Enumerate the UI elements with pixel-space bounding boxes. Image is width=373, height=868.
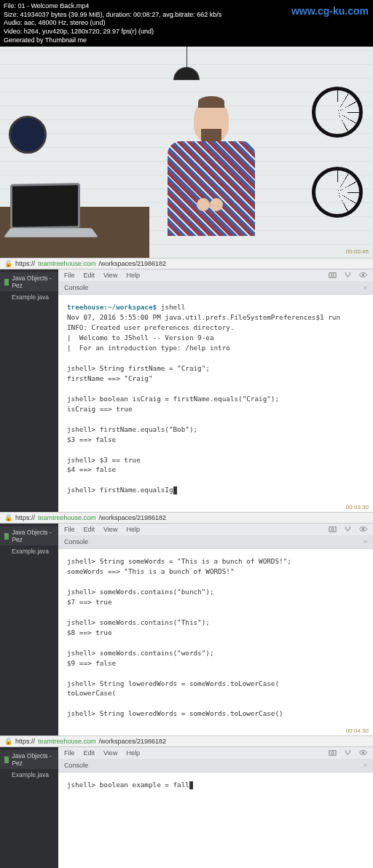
lamp-cord — [186, 47, 187, 68]
camera-icon[interactable] — [329, 525, 337, 534]
address-bar[interactable]: 🔒 https://teamtreehouse.com/workspaces/2… — [0, 735, 373, 747]
bike-wheel-icon — [312, 87, 363, 138]
eye-icon[interactable] — [359, 271, 367, 280]
menu-view[interactable]: View — [103, 272, 117, 279]
out-line: jshell> String loweredWords = someWords.… — [67, 709, 283, 717]
menu-help[interactable]: Help — [126, 749, 140, 757]
menu-bar: File Edit View Help — [58, 747, 373, 759]
hair — [198, 96, 224, 108]
out-line: $8 ==> true — [67, 628, 112, 636]
laptop-base — [4, 229, 98, 238]
video-thumbnail: 00:00:45 — [0, 47, 373, 258]
file-sidebar[interactable]: Java Objects - Pez Example.java — [0, 747, 58, 868]
meta-gen: Generated by Thumbnail me — [4, 36, 369, 45]
console-output[interactable]: jshell> String someWords = "This is a bu… — [58, 549, 373, 726]
svg-point-7 — [362, 528, 364, 530]
file-row[interactable]: Example.java — [0, 545, 58, 557]
ide-panel-1: Java Objects - Pez Example.java File Edi… — [0, 269, 373, 512]
console-tab[interactable]: Console× — [58, 281, 373, 295]
project-row[interactable]: Java Objects - Pez — [0, 750, 58, 769]
menu-bar: File Edit View Help — [58, 524, 373, 535]
panel-timestamp: 00:04:30 — [58, 726, 373, 735]
url-scheme: https:// — [15, 738, 35, 745]
file-sidebar[interactable]: Java Objects - Pez Example.java — [0, 524, 58, 735]
shell-cmd: jshell — [161, 303, 186, 311]
menu-file[interactable]: File — [64, 749, 75, 757]
file-sidebar[interactable]: Java Objects - Pez Example.java — [0, 269, 58, 512]
svg-point-5 — [331, 528, 334, 531]
console-output[interactable]: treehouse:~/workspace$ jshell Nov 07, 20… — [58, 295, 373, 502]
out-line: jshell> someWords.contains("This"); — [67, 618, 210, 626]
fork-icon[interactable] — [344, 271, 352, 280]
svg-point-11 — [362, 751, 364, 754]
out-line: isCraig ==> true — [67, 405, 133, 413]
presenter — [157, 99, 266, 245]
menu-file[interactable]: File — [64, 272, 75, 279]
out-line: jshell> someWords.contains("words"); — [67, 649, 214, 657]
close-icon[interactable]: × — [364, 762, 367, 769]
menu-edit[interactable]: Edit — [84, 526, 95, 533]
video-timestamp: 00:00:45 — [346, 248, 369, 255]
menu-view[interactable]: View — [103, 526, 117, 533]
camera-icon[interactable] — [329, 749, 337, 758]
url-scheme: https:// — [15, 260, 35, 267]
menu-edit[interactable]: Edit — [84, 749, 95, 757]
fork-icon[interactable] — [344, 749, 352, 758]
url-path: /workspaces/21986182 — [99, 260, 167, 267]
out-line: firstName ==> "Craig" — [67, 374, 153, 382]
project-name: Java Objects - Pez — [12, 529, 54, 543]
out-line: jshell> String someWords = "This is a bu… — [67, 557, 291, 565]
fork-icon[interactable] — [344, 525, 352, 534]
console-output[interactable]: jshell> boolean example = fall — [58, 773, 373, 868]
menu-bar: File Edit View Help — [58, 269, 373, 281]
menu-help[interactable]: Help — [126, 526, 140, 533]
editor-main: File Edit View Help Console× jshell> boo… — [58, 747, 373, 868]
laptop-screen — [10, 184, 80, 230]
url-path: /workspaces/21986182 — [99, 514, 167, 521]
project-row[interactable]: Java Objects - Pez — [0, 526, 58, 545]
bike-wheel-icon — [312, 167, 363, 218]
presenter-head — [194, 99, 229, 143]
console-label: Console — [64, 762, 88, 769]
url-domain: teamtreehouse.com — [38, 514, 96, 521]
out-line: | For an introduction type: /help intro — [67, 344, 230, 352]
editor-main: File Edit View Help Console× treehouse:~… — [58, 269, 373, 512]
lock-icon: 🔒 — [4, 738, 12, 745]
menu-file[interactable]: File — [64, 526, 75, 533]
hand — [210, 198, 223, 211]
menu-view[interactable]: View — [103, 749, 117, 757]
out-line: jshell> firstName.equalsIg — [67, 486, 173, 494]
menu-edit[interactable]: Edit — [84, 272, 95, 279]
presenter-torso — [168, 141, 255, 236]
eye-icon[interactable] — [359, 749, 367, 758]
out-line: toLowerCase( — [67, 689, 116, 697]
out-line: jshell> String loweredWords = someWords.… — [67, 679, 279, 687]
svg-point-1 — [331, 275, 334, 277]
eye-icon[interactable] — [359, 525, 367, 534]
file-name: Example.java — [12, 771, 49, 778]
project-name: Java Objects - Pez — [12, 752, 54, 767]
out-line: Nov 07, 2016 5:55:00 PM java.util.prefs.… — [67, 313, 340, 321]
svg-point-3 — [362, 275, 364, 277]
address-bar[interactable]: 🔒 https://teamtreehouse.com/workspaces/2… — [0, 258, 373, 269]
bicycle — [302, 87, 367, 218]
out-line: $4 ==> false — [67, 465, 116, 473]
url-domain: teamtreehouse.com — [38, 738, 96, 745]
console-label: Console — [64, 284, 88, 291]
project-row[interactable]: Java Objects - Pez — [0, 272, 58, 291]
file-row[interactable]: Example.java — [0, 769, 58, 781]
file-row[interactable]: Example.java — [0, 291, 58, 303]
menu-help[interactable]: Help — [126, 272, 140, 279]
console-tab[interactable]: Console× — [58, 759, 373, 773]
close-icon[interactable]: × — [364, 284, 367, 291]
address-bar[interactable]: 🔒 https://teamtreehouse.com/workspaces/2… — [0, 512, 373, 524]
watermark-top: www.cg-ku.com — [291, 4, 369, 17]
url-domain: teamtreehouse.com — [38, 260, 96, 267]
out-line: jshell> someWords.contains("bunch"); — [67, 588, 214, 596]
console-tab[interactable]: Console× — [58, 535, 373, 549]
camera-icon[interactable] — [329, 271, 337, 280]
folder-icon — [4, 533, 9, 540]
meta-audio: Audio: aac, 48000 Hz, stereo (und) — [4, 19, 369, 28]
close-icon[interactable]: × — [364, 538, 367, 545]
out-line: jshell> boolean example = fall — [67, 781, 189, 789]
